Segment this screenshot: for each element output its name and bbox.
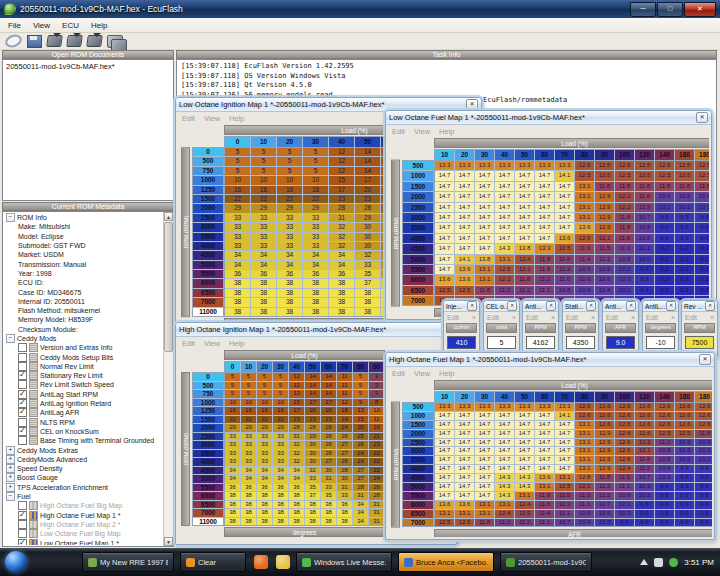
map-cell[interactable]: 13.1 <box>475 265 494 274</box>
row-header[interactable]: 7000 <box>403 296 433 305</box>
map-cell[interactable]: 9.6 <box>655 519 674 527</box>
row-header[interactable]: 6500 <box>193 501 223 509</box>
map-cell[interactable]: 9.2 <box>695 255 709 264</box>
row-header[interactable]: 1000 <box>193 176 223 184</box>
row-header[interactable]: 500 <box>193 157 223 165</box>
tree-row[interactable]: Internal ID: 20550011 <box>4 297 163 306</box>
map-cell[interactable]: 38 <box>225 308 250 316</box>
row-header[interactable]: 1500 <box>403 421 433 429</box>
map-cell[interactable]: 33 <box>257 450 272 458</box>
map-cell[interactable]: 9.6 <box>695 492 712 500</box>
map-cell[interactable]: 14.7 <box>515 465 534 473</box>
map-cell[interactable]: 10.1 <box>615 286 634 295</box>
map-cell[interactable]: 36 <box>303 270 328 278</box>
map-cell[interactable]: 12.6 <box>655 403 674 411</box>
map-cell[interactable]: 14.7 <box>435 255 454 264</box>
map-cell[interactable]: 10 <box>225 399 240 407</box>
map-cell[interactable]: 33 <box>303 223 328 231</box>
row-header[interactable]: 500 <box>403 161 433 170</box>
map-cell[interactable]: 12.1 <box>575 483 594 491</box>
map-cell[interactable]: 38 <box>305 509 320 517</box>
map-cell[interactable]: 11.2 <box>535 275 554 284</box>
map-cell[interactable]: 9.6 <box>675 474 694 482</box>
map-cell[interactable]: 11.8 <box>695 182 709 191</box>
map-cell[interactable]: 33 <box>273 433 288 441</box>
map-cell[interactable]: 33 <box>225 214 250 222</box>
map-cell[interactable]: 13.3 <box>435 403 454 411</box>
map-cell[interactable]: 5 <box>257 390 272 398</box>
map-cell[interactable]: 18 <box>337 407 352 415</box>
map-cell[interactable]: 12.9 <box>595 192 614 201</box>
tree-row[interactable]: Year: 1998 <box>4 269 163 278</box>
map-cell[interactable]: 12.6 <box>615 430 634 438</box>
map-cell[interactable]: 14.7 <box>455 192 474 201</box>
map-cell[interactable]: 34 <box>353 501 368 509</box>
map-cell[interactable]: 33 <box>257 433 272 441</box>
map-cell[interactable]: 14 <box>305 390 320 398</box>
map-cell[interactable]: 11 <box>337 373 352 381</box>
map-cell[interactable]: 38 <box>225 518 240 526</box>
map-cell[interactable]: 13.1 <box>575 213 594 222</box>
row-header[interactable]: 3500 <box>403 456 433 464</box>
map-cell[interactable]: 33 <box>277 223 302 231</box>
row-header[interactable]: 4500 <box>193 467 223 475</box>
col-header[interactable]: 0 <box>225 137 250 147</box>
map-cell[interactable]: 36 <box>337 501 352 509</box>
map-cell[interactable]: 14.7 <box>435 492 454 500</box>
unchecked-checkbox[interactable] <box>18 343 27 352</box>
map-cell[interactable]: 14.7 <box>535 182 554 191</box>
map-cell[interactable]: 13.3 <box>515 161 534 170</box>
map-cell[interactable]: 13.3 <box>555 161 574 170</box>
map-cell[interactable]: 22 <box>257 416 272 424</box>
map-cell[interactable]: 27 <box>353 467 368 475</box>
map-cell[interactable]: 13.1 <box>575 465 594 473</box>
map-cell[interactable]: 14.7 <box>535 412 554 420</box>
map-cell[interactable]: 13.1 <box>455 510 474 518</box>
map-cell[interactable]: 14.7 <box>455 182 474 191</box>
map-cell[interactable]: 11.3 <box>555 501 574 509</box>
map-cell[interactable]: 12.6 <box>575 403 594 411</box>
map-cell[interactable]: 12.5 <box>635 171 654 180</box>
tree-row[interactable]: +CeddyMods Advanced <box>4 455 163 464</box>
col-header[interactable]: 180 <box>695 392 712 402</box>
map-cell[interactable]: 12.5 <box>455 286 474 295</box>
map-cell[interactable]: 10.1 <box>655 203 674 212</box>
map-cell[interactable]: 34 <box>303 251 328 259</box>
map-cell[interactable]: 13.3 <box>535 403 554 411</box>
map-cell[interactable]: 13.1 <box>495 501 514 509</box>
map-cell[interactable]: 5 <box>225 382 240 390</box>
map-cell[interactable]: 14.7 <box>495 223 514 232</box>
map-cell[interactable]: 14.7 <box>435 474 454 482</box>
map-cell[interactable]: 14.7 <box>435 192 454 201</box>
map-cell[interactable]: 38 <box>257 492 272 500</box>
map-cell[interactable]: 24 <box>353 450 368 458</box>
map-cell[interactable]: 11.8 <box>615 182 634 191</box>
map-cell[interactable]: 12.5 <box>655 430 674 438</box>
map-menu-edit[interactable]: Edit <box>685 314 697 321</box>
map-cell[interactable]: 36 <box>289 484 304 492</box>
map-cell[interactable]: 13.6 <box>435 275 454 284</box>
map-menu-edit[interactable]: Edit <box>646 314 658 321</box>
map-cell[interactable]: 12.5 <box>595 171 614 180</box>
row-header[interactable]: 5500 <box>193 270 223 278</box>
map-cell[interactable]: 23 <box>369 441 384 449</box>
map-cell[interactable]: 13.1 <box>535 483 554 491</box>
map-cell[interactable]: 5 <box>241 373 256 381</box>
row-header[interactable]: 6000 <box>403 275 433 284</box>
map-cell[interactable]: 10.7 <box>555 519 574 527</box>
map-cell[interactable]: 33 <box>273 450 288 458</box>
map-cell[interactable]: 11.6 <box>615 234 634 243</box>
map-cell[interactable]: 14.7 <box>495 203 514 212</box>
map-cell[interactable]: 14.7 <box>495 234 514 243</box>
map-cell[interactable]: 11.8 <box>595 474 614 482</box>
map-cell[interactable]: 33 <box>251 223 276 231</box>
row-header[interactable]: 1250 <box>193 407 223 415</box>
map-cell[interactable]: 22 <box>273 416 288 424</box>
map-cell[interactable]: 32 <box>289 458 304 466</box>
map-cell[interactable]: 9.6 <box>675 223 694 232</box>
map-cell[interactable]: 24 <box>369 475 384 483</box>
map-cell[interactable]: 14.7 <box>435 421 454 429</box>
map-cell[interactable]: 24 <box>337 424 352 432</box>
map-cell[interactable]: 12.6 <box>575 412 594 420</box>
map-cell[interactable]: 10.1 <box>695 203 709 212</box>
